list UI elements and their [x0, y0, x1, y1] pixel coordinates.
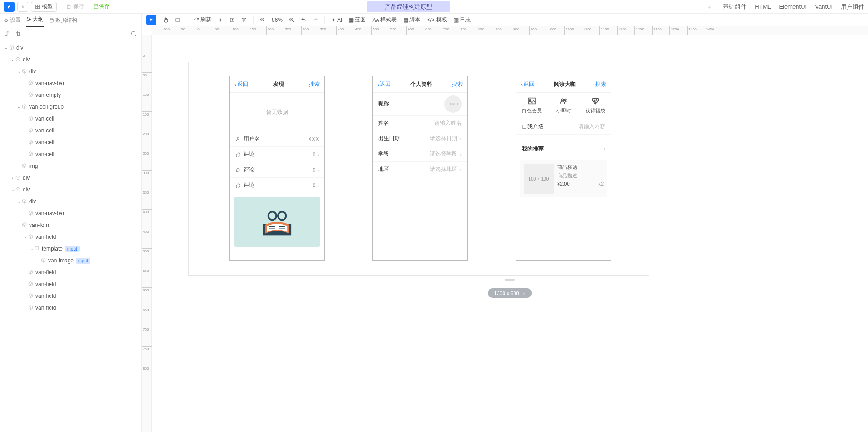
- model-button[interactable]: 模型: [31, 2, 57, 12]
- tree-row[interactable]: van-empty: [0, 89, 141, 101]
- tree-row[interactable]: ⌄div: [0, 196, 141, 207]
- tree-row[interactable]: ›div: [0, 172, 141, 184]
- cell-user[interactable]: 用户名 XXX: [230, 131, 324, 147]
- tree-row[interactable]: van-field: [0, 302, 141, 314]
- blueprint-button[interactable]: ▦ 蓝图: [349, 16, 366, 24]
- stage[interactable]: ‹ 返回 发现 搜索 暂无数据 用户名 XXX 评论 0›: [152, 35, 868, 432]
- hand-tool[interactable]: [163, 17, 169, 23]
- tab-basic[interactable]: 基础组件: [723, 3, 747, 11]
- phone-discover[interactable]: ‹ 返回 发现 搜索 暂无数据 用户名 XXX 评论 0›: [229, 76, 325, 261]
- tree-row[interactable]: van-cell: [0, 148, 141, 160]
- back-button[interactable]: ‹ 返回: [377, 80, 391, 88]
- phone-profile[interactable]: ‹ 返回 个人资料 搜索 昵称 100×100 姓名请输入姓名 出生日期请选择日…: [372, 76, 468, 261]
- tree-row[interactable]: van-cell: [0, 113, 141, 125]
- tree-row[interactable]: ⌄div: [0, 42, 141, 54]
- refresh-button[interactable]: 刷新: [194, 16, 211, 24]
- field-intro[interactable]: 自我介绍请输入内容: [516, 119, 611, 135]
- svg-point-8: [132, 31, 135, 35]
- user-icon: [235, 136, 241, 142]
- document-title[interactable]: 产品经理构建原型: [367, 1, 450, 12]
- canvas-toolbar: 刷新 86% ✦ AI ▦ 蓝图 Aᴀ 样式表 ▤ 脚本 </> 模板 ▥ 日志: [142, 14, 868, 26]
- back-button[interactable]: ‹ 返回: [521, 80, 534, 88]
- tab-outline[interactable]: 大纲: [26, 15, 44, 27]
- undo[interactable]: [301, 17, 306, 23]
- tree-row[interactable]: ⌄div: [0, 54, 141, 65]
- search-link[interactable]: 搜索: [452, 80, 463, 88]
- back-button[interactable]: ‹ 返回: [234, 80, 248, 88]
- tree-row[interactable]: ⌄van-cell-group: [0, 101, 141, 113]
- home-button[interactable]: [4, 2, 15, 12]
- tab-html[interactable]: HTML: [755, 3, 771, 10]
- rect-tool[interactable]: [175, 17, 180, 23]
- field-nickname[interactable]: 昵称 100×100: [373, 93, 467, 116]
- tab-user[interactable]: 用户组件: [841, 3, 864, 11]
- field-birth[interactable]: 出生日期请选择日期›: [373, 131, 467, 146]
- collapse-icon[interactable]: ⇅: [16, 30, 21, 37]
- comment-icon: [235, 183, 241, 188]
- grid-gift[interactable]: 获得福袋: [579, 93, 611, 119]
- gear-icon[interactable]: [218, 17, 223, 23]
- target-button[interactable]: [17, 2, 28, 12]
- outline-tree[interactable]: ⌄div⌄div⌄divvan-nav-barvan-empty⌄van-cel…: [0, 40, 141, 432]
- svg-point-21: [561, 99, 564, 101]
- tree-row[interactable]: img: [0, 160, 141, 172]
- ruler-vertical: 0501001502002503003504004505005506006507…: [142, 35, 152, 432]
- template-button[interactable]: </> 模板: [427, 16, 447, 24]
- tree-row[interactable]: van-field: [0, 266, 141, 278]
- tree-row[interactable]: van-cell: [0, 136, 141, 148]
- export-icon[interactable]: [229, 17, 235, 23]
- grid-member[interactable]: 白色会员: [516, 93, 548, 119]
- resize-handle[interactable]: [505, 279, 515, 281]
- search-link[interactable]: 搜索: [309, 80, 320, 88]
- tree-row[interactable]: ⌄div: [0, 65, 141, 77]
- search-icon[interactable]: [131, 31, 137, 37]
- zoom-out[interactable]: [260, 17, 265, 23]
- style-button[interactable]: Aᴀ 样式表: [372, 16, 397, 24]
- tree-row[interactable]: van-cell: [0, 125, 141, 136]
- tab-data[interactable]: 数据结构: [49, 16, 77, 27]
- pointer-tool[interactable]: [146, 15, 156, 25]
- tree-row[interactable]: ⌄van-form: [0, 219, 141, 231]
- card-image: 100 × 100: [524, 164, 554, 194]
- field-area[interactable]: 地区请选择地区›: [373, 162, 467, 177]
- artboard[interactable]: ‹ 返回 发现 搜索 暂无数据 用户名 XXX 评论 0›: [188, 62, 649, 276]
- log-button[interactable]: ▥ 日志: [454, 16, 471, 24]
- tree-row[interactable]: van-nav-bar: [0, 207, 141, 219]
- navbar: ‹ 返回 阅读大咖 搜索: [516, 76, 611, 93]
- tree-row[interactable]: ⌄templateinput: [0, 243, 141, 255]
- cell-recommend[interactable]: 我的推荐›: [516, 141, 611, 156]
- tree-row[interactable]: ⌄div: [0, 184, 141, 196]
- zoom-level[interactable]: 86%: [272, 17, 283, 23]
- add-button[interactable]: +: [707, 3, 711, 10]
- tree-row[interactable]: van-imageinput: [0, 255, 141, 266]
- size-indicator[interactable]: 1300 x 600⌄: [488, 288, 532, 298]
- tree-row[interactable]: van-field: [0, 278, 141, 290]
- field-stage[interactable]: 学段请选择学段›: [373, 146, 467, 162]
- cell-comment[interactable]: 评论 0›: [230, 178, 324, 193]
- tab-elementui[interactable]: ElementUI: [779, 3, 807, 10]
- tab-vantui[interactable]: VantUI: [815, 3, 833, 10]
- save-button[interactable]: 保存: [63, 2, 88, 12]
- people-icon: [559, 97, 568, 105]
- redo[interactable]: [313, 17, 318, 23]
- tree-row[interactable]: van-nav-bar: [0, 77, 141, 89]
- ai-button[interactable]: ✦ AI: [331, 17, 342, 23]
- card-info: 商品标题 商品描述 ¥2.00x2: [557, 164, 604, 194]
- zoom-in[interactable]: [289, 17, 294, 23]
- grid-instant[interactable]: 小即时: [548, 93, 580, 119]
- search-link[interactable]: 搜索: [595, 80, 606, 88]
- filter-icon[interactable]: [241, 17, 247, 23]
- product-card[interactable]: 100 × 100 商品标题 商品描述 ¥2.00x2: [520, 160, 607, 197]
- phone-reader[interactable]: ‹ 返回 阅读大咖 搜索 白色会员 小即时 获得福袋 自我介绍请输入内容 我的: [516, 76, 611, 261]
- target-icon: [21, 4, 24, 10]
- tree-row[interactable]: van-field: [0, 290, 141, 302]
- script-button[interactable]: ▤ 脚本: [403, 16, 420, 24]
- cell-comment[interactable]: 评论 0›: [230, 162, 324, 178]
- avatar[interactable]: 100×100: [444, 95, 462, 113]
- tab-settings[interactable]: ⚙设置: [4, 16, 21, 27]
- tree-row[interactable]: ⌄van-field: [0, 231, 141, 243]
- svg-point-15: [237, 137, 239, 139]
- cell-comment[interactable]: 评论 0›: [230, 147, 324, 162]
- expand-icon[interactable]: ⇵: [5, 30, 10, 37]
- field-name[interactable]: 姓名请输入姓名: [373, 116, 467, 131]
